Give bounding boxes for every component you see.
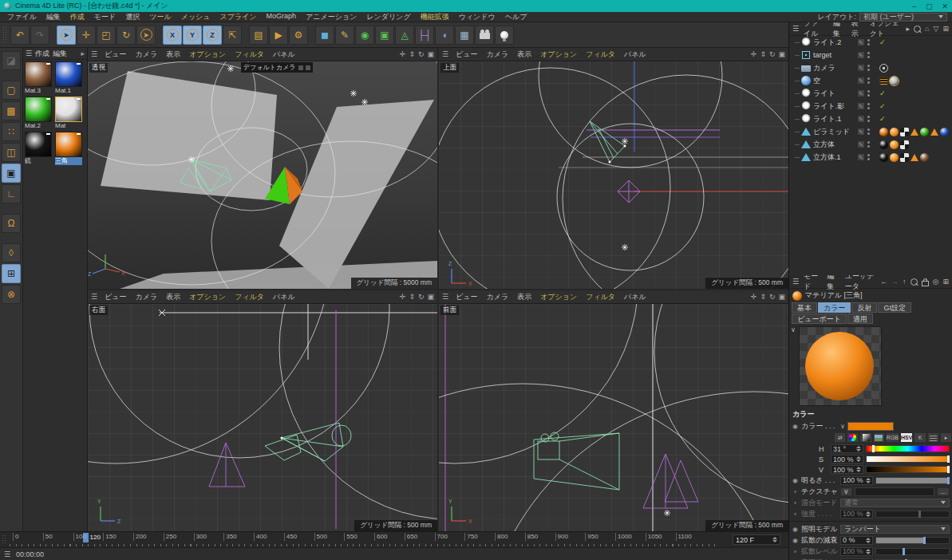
material-thumbnail[interactable] — [25, 97, 52, 122]
object-name[interactable]: ライト — [811, 89, 857, 99]
toolbar-grip[interactable] — [2, 26, 7, 44]
last-used-tool-button[interactable]: ➤ — [136, 26, 156, 45]
add-field-object-button[interactable]: ◖ — [435, 26, 454, 45]
menu-item[interactable]: ウィンドウ — [454, 12, 500, 22]
timeline-tick[interactable]: 300 — [194, 533, 207, 541]
render-picture-viewer-button[interactable]: ▶ — [269, 26, 288, 45]
close-button[interactable]: ✕ — [942, 2, 948, 10]
material-name[interactable]: Mat.2 — [25, 122, 52, 130]
saturation-value-field[interactable]: 100 % — [831, 455, 863, 463]
kelvin-mode-button[interactable]: K — [914, 432, 926, 443]
maximize-button[interactable]: ▢ — [926, 2, 933, 10]
menu-item[interactable]: スプライン — [215, 12, 262, 22]
dolly-view-icon[interactable]: ⇕ — [760, 293, 766, 301]
undo-button-button[interactable]: ↶ — [10, 26, 30, 45]
menu-item[interactable]: モード — [89, 12, 120, 22]
dolly-view-icon[interactable]: ⇕ — [409, 50, 415, 58]
viewport-menu-item[interactable]: フィルタ — [231, 292, 268, 302]
viewport-menu-item[interactable]: ビュー — [452, 292, 481, 302]
collapse-chevron-icon[interactable]: ∨ — [791, 326, 799, 406]
toggle-view-icon[interactable]: ▣ — [427, 293, 434, 301]
phong-tag[interactable] — [890, 153, 899, 162]
saturation-slider[interactable] — [866, 455, 950, 463]
viewport-menu-item[interactable]: パネル — [620, 49, 650, 60]
material-tag[interactable] — [920, 153, 929, 162]
material-thumbnail[interactable] — [25, 132, 52, 157]
lock-x-axis-button[interactable]: X — [163, 26, 182, 45]
timeline-tick[interactable]: 350 — [223, 533, 236, 541]
viewport-menu-item[interactable]: フィルタ — [231, 49, 268, 60]
visibility-dots[interactable] — [867, 116, 870, 122]
object-row[interactable]: ライト✎✓ — [789, 87, 952, 100]
object-row[interactable]: 立方体.1✎ — [789, 151, 952, 164]
spinner[interactable] — [856, 456, 861, 462]
viewport-menu-item[interactable]: ビュー — [101, 49, 130, 60]
search-icon[interactable] — [914, 26, 921, 33]
viewport-menu-item[interactable]: フィルタ — [582, 49, 619, 60]
panel-menu-icon[interactable]: ☰ — [792, 25, 799, 33]
layout-select[interactable]: 初期 (ユーザー) — [859, 13, 947, 22]
spinner[interactable] — [772, 537, 777, 542]
brightness-value-field[interactable]: 100 % — [840, 476, 873, 485]
viewport-menu-item[interactable]: 表示 — [513, 49, 535, 60]
add-deformer-button[interactable]: ◬ — [395, 26, 414, 45]
phong-tag[interactable] — [890, 128, 899, 136]
object-row[interactable]: target✎ — [789, 49, 952, 61]
tab-color[interactable]: カラー — [818, 302, 851, 313]
pan-view-icon[interactable]: ✛ — [751, 293, 757, 301]
viewport-menu-item[interactable]: パネル — [620, 292, 650, 302]
object-name[interactable]: ライト.2 — [811, 37, 857, 48]
timeline-tick[interactable]: 150 — [103, 533, 116, 541]
timeline-tick[interactable]: 1050 — [646, 533, 662, 541]
timeline-tick[interactable]: 950 — [585, 533, 598, 541]
timeline-tick[interactable]: 550 — [344, 533, 357, 541]
material-item[interactable]: 三角 — [55, 132, 85, 165]
viewport-menu-item[interactable]: オプション — [536, 49, 581, 60]
spectrum-icon[interactable] — [859, 432, 871, 443]
timeline-tick[interactable]: 700 — [435, 533, 448, 541]
rotate-view-icon[interactable]: ↻ — [418, 50, 425, 58]
viewport-menu-item[interactable]: ビュー — [101, 292, 130, 302]
timeline-tick[interactable]: 250 — [164, 533, 176, 541]
spinner[interactable] — [866, 538, 871, 543]
material-thumbnail[interactable] — [55, 61, 82, 87]
hsv-mode-button[interactable]: HSV — [900, 432, 913, 443]
keyframe-icon[interactable]: ∘ — [792, 488, 799, 495]
checker-tag[interactable] — [900, 128, 909, 136]
edit-toggle-icon[interactable]: ✎ — [857, 102, 865, 110]
default-camera-label[interactable]: デフォルトカメラ — [241, 62, 313, 73]
material-tag[interactable] — [890, 77, 899, 85]
title-bar[interactable]: Cinema 4D Lite (RC) - [合わせ鏡.c4d *] - メイン… — [0, 0, 952, 12]
viewport-menu-item[interactable]: カメラ — [483, 292, 513, 302]
tab-assign[interactable]: 適用 — [847, 314, 873, 324]
triangle-tag[interactable] — [930, 128, 938, 136]
triangle-tag[interactable] — [911, 128, 918, 136]
checker-tag[interactable] — [900, 153, 909, 162]
timeline-tick[interactable]: 1100 — [676, 533, 692, 541]
coordinate-system-button[interactable]: ⇱ — [223, 26, 242, 45]
viewport-right[interactable]: ☰ビューカメラ表示オプションフィルタパネル✛⇕↻▣ — [88, 290, 437, 531]
viewport-canvas[interactable]: Y X 前面 グリッド間隔 : 500 mm — [439, 304, 788, 531]
object-name[interactable]: target — [811, 51, 857, 59]
viewport-menu-item[interactable]: オプション — [185, 292, 230, 302]
visibility-dots[interactable] — [867, 65, 870, 71]
panel-menu-icon[interactable]: ☰ — [4, 550, 10, 558]
minimize-button[interactable]: – — [912, 2, 916, 10]
timeline-tick[interactable]: 0 — [13, 533, 18, 541]
keyframe-icon[interactable]: ◉ — [792, 537, 799, 544]
object-toggles[interactable]: ✎ — [857, 140, 878, 148]
am-menu-edit[interactable]: 編集 — [824, 275, 840, 292]
material-tag[interactable] — [879, 128, 888, 136]
pyramid-wireframe[interactable] — [643, 454, 698, 508]
axis-mode-button[interactable]: ∟ — [2, 184, 21, 203]
object-row[interactable]: 立方体✎ — [789, 138, 952, 151]
menu-item[interactable]: MoGraph — [262, 12, 302, 22]
rotate-view-icon[interactable]: ↻ — [418, 293, 425, 301]
redo-button-button[interactable]: ↷ — [30, 26, 49, 45]
material-tag[interactable] — [940, 128, 949, 136]
home-icon[interactable]: ⌂ — [925, 25, 929, 33]
object-name[interactable]: ピラミッド — [811, 127, 857, 137]
phong-tag[interactable] — [890, 140, 899, 149]
menu-item[interactable]: ヘルプ — [500, 12, 532, 22]
material-item[interactable]: 鏡 — [25, 132, 55, 165]
